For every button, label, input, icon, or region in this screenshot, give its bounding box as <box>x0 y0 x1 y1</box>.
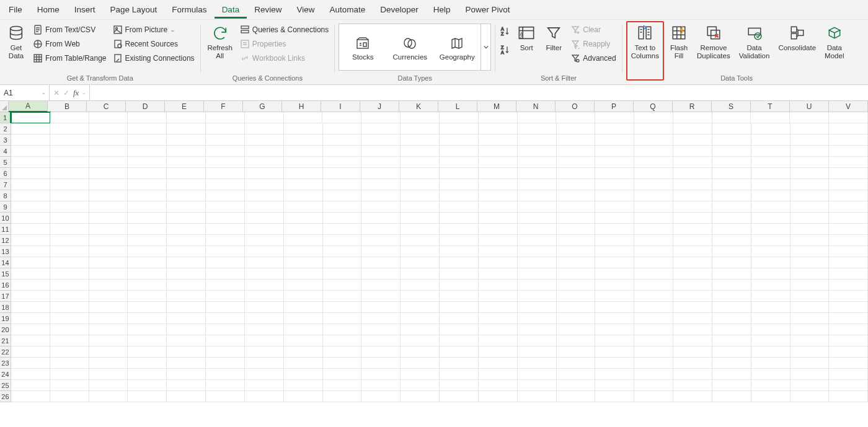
cell[interactable] <box>751 380 790 391</box>
cell[interactable] <box>440 123 479 134</box>
cell[interactable] <box>790 324 830 335</box>
cell[interactable] <box>11 224 50 235</box>
cell[interactable] <box>11 391 50 402</box>
cell[interactable] <box>11 134 50 146</box>
cell[interactable] <box>634 246 673 257</box>
cell[interactable] <box>128 268 167 280</box>
cell[interactable] <box>790 146 830 157</box>
cell[interactable] <box>751 134 790 146</box>
cell[interactable] <box>790 224 830 235</box>
row-header-25[interactable]: 25 <box>0 380 11 391</box>
cell[interactable] <box>673 190 712 201</box>
cell[interactable] <box>712 302 751 313</box>
cell[interactable] <box>89 201 128 213</box>
cell[interactable] <box>167 313 206 324</box>
cell[interactable] <box>206 157 245 168</box>
cell[interactable] <box>245 280 284 291</box>
cell[interactable] <box>751 146 790 157</box>
cell[interactable] <box>829 123 868 134</box>
cell[interactable] <box>11 168 50 179</box>
cell[interactable] <box>284 257 323 268</box>
tab-page-layout[interactable]: Page Layout <box>103 1 165 18</box>
cell[interactable] <box>790 291 830 302</box>
cell[interactable] <box>284 346 323 358</box>
column-header-T[interactable]: T <box>751 101 790 112</box>
cell[interactable] <box>595 302 634 313</box>
cell[interactable] <box>829 134 868 146</box>
cell[interactable] <box>634 213 673 224</box>
cell[interactable] <box>89 280 128 291</box>
cell[interactable] <box>829 235 868 246</box>
cell[interactable] <box>361 112 401 123</box>
cell[interactable] <box>790 369 830 380</box>
cell[interactable] <box>50 335 89 346</box>
cell[interactable] <box>751 280 790 291</box>
cell[interactable] <box>829 157 868 168</box>
get-data-button[interactable]: GetData <box>4 21 29 60</box>
cell[interactable] <box>401 235 440 246</box>
cell[interactable] <box>361 280 401 291</box>
cell[interactable] <box>557 213 596 224</box>
cell[interactable] <box>479 146 518 157</box>
cell[interactable] <box>751 268 790 280</box>
tab-power-pivot[interactable]: Power Pivot <box>458 1 518 18</box>
cell[interactable] <box>50 146 89 157</box>
cell[interactable] <box>89 302 128 313</box>
cell[interactable] <box>557 168 596 179</box>
data-validation-button[interactable]: DataValidation <box>736 21 773 60</box>
cell[interactable] <box>673 280 712 291</box>
cell[interactable] <box>128 246 167 257</box>
cell[interactable] <box>673 179 712 190</box>
cell[interactable] <box>518 346 557 358</box>
row-header-7[interactable]: 7 <box>0 179 11 190</box>
cell[interactable] <box>751 257 790 268</box>
cell[interactable] <box>167 157 206 168</box>
cell[interactable] <box>50 168 89 179</box>
cell[interactable] <box>323 346 362 358</box>
cell[interactable] <box>673 246 712 257</box>
cell[interactable] <box>751 335 790 346</box>
cell[interactable] <box>479 235 518 246</box>
cell[interactable] <box>479 157 518 168</box>
cell[interactable] <box>401 302 440 313</box>
cell[interactable] <box>128 112 167 123</box>
cell[interactable] <box>245 257 284 268</box>
cell[interactable] <box>11 246 50 257</box>
cell[interactable] <box>751 168 790 179</box>
cell[interactable] <box>712 313 751 324</box>
row-header-14[interactable]: 14 <box>0 257 11 268</box>
cell[interactable] <box>401 291 440 302</box>
cell[interactable] <box>11 358 50 369</box>
cell[interactable] <box>245 335 284 346</box>
column-header-B[interactable]: B <box>48 101 87 112</box>
row-header-5[interactable]: 5 <box>0 157 11 168</box>
cell[interactable] <box>361 168 401 179</box>
name-box[interactable]: A1 ⌵ <box>0 85 50 100</box>
cell[interactable] <box>401 335 440 346</box>
cell[interactable] <box>790 168 830 179</box>
cell[interactable] <box>479 257 518 268</box>
cell[interactable] <box>595 268 634 280</box>
cell[interactable] <box>440 246 479 257</box>
cell[interactable] <box>829 335 868 346</box>
cell[interactable] <box>440 268 479 280</box>
row-header-21[interactable]: 21 <box>0 335 11 346</box>
cell[interactable] <box>479 280 518 291</box>
cell[interactable] <box>673 257 712 268</box>
cell[interactable] <box>206 213 245 224</box>
cell[interactable] <box>323 134 362 146</box>
cell[interactable] <box>712 224 751 235</box>
cell[interactable] <box>751 358 790 369</box>
cell[interactable] <box>11 235 50 246</box>
select-all-corner[interactable] <box>0 101 9 112</box>
cell[interactable] <box>361 313 401 324</box>
cell[interactable] <box>50 112 89 123</box>
text-to-columns-button[interactable]: Text toColumns <box>626 21 664 81</box>
row-header-4[interactable]: 4 <box>0 146 11 157</box>
cell[interactable] <box>440 380 479 391</box>
tab-data[interactable]: Data <box>215 1 247 19</box>
cell[interactable] <box>167 380 206 391</box>
cell[interactable] <box>323 391 362 402</box>
cell[interactable] <box>518 335 557 346</box>
cell[interactable] <box>634 179 673 190</box>
